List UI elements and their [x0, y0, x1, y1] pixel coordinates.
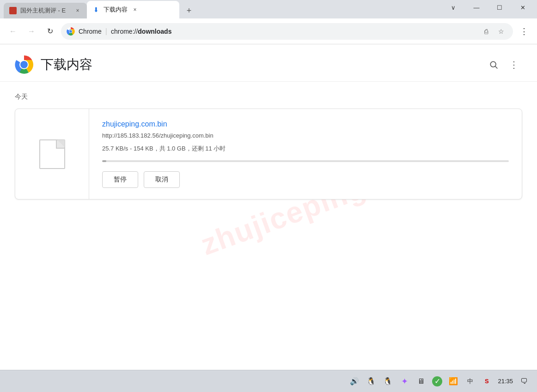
svg-point-3: [69, 30, 72, 33]
omnibox-actions: ⎙ ☆: [480, 25, 507, 38]
back-button[interactable]: ←: [6, 24, 20, 39]
wifi-icon[interactable]: 📶: [448, 376, 459, 387]
search-button[interactable]: [485, 56, 502, 73]
pause-button[interactable]: 暂停: [102, 171, 138, 188]
svg-point-7: [490, 61, 496, 67]
download-actions: 暂停 取消: [102, 171, 509, 188]
figma-icon[interactable]: ✦: [399, 376, 410, 387]
taskbar: 🔊 🐧 🐧 ✦ 🖥 ✓ 📶 中 S 21:35 🗨: [0, 370, 537, 392]
cancel-button[interactable]: 取消: [144, 171, 180, 188]
minimize-button[interactable]: —: [466, 0, 487, 15]
browser-toolbar: ← → ↻ Chrome | chrome://downloads ⎙ ☆ ⋮: [0, 18, 537, 44]
forward-button[interactable]: →: [24, 24, 39, 39]
active-tab-close[interactable]: ×: [131, 6, 139, 13]
check-icon[interactable]: ✓: [432, 376, 442, 386]
download-tab-icon: ⬇: [92, 6, 100, 13]
chevron-down-icon[interactable]: ∨: [443, 0, 464, 15]
page-title: 下载内容: [41, 56, 485, 73]
tab-active[interactable]: ⬇ 下载内容 ×: [87, 1, 179, 18]
omnibox-url-bold: downloads: [138, 28, 171, 35]
download-progress-bar: [102, 160, 509, 162]
svg-point-6: [20, 61, 28, 68]
download-card-right: zhujiceping.com.bin http://185.183.182.5…: [89, 109, 522, 199]
browser-menu-button[interactable]: ⋮: [517, 24, 531, 39]
download-filename-link[interactable]: zhujiceping.com.bin: [102, 120, 509, 128]
window-close-button[interactable]: ✕: [512, 0, 533, 15]
active-tab-title: 下载内容: [104, 6, 128, 14]
download-url: http://185.183.182.56/zhujiceping.com.bi…: [102, 132, 509, 139]
download-card: zhujiceping.com.bin http://185.183.182.5…: [15, 109, 522, 199]
more-vert-icon: ⋮: [509, 59, 519, 70]
omnibox-divider: |: [105, 27, 107, 36]
download-progress-fill: [102, 160, 106, 162]
language-icon[interactable]: 中: [464, 376, 476, 387]
download-card-left: [15, 109, 89, 199]
bookmark-button[interactable]: ☆: [494, 25, 507, 38]
chrome-logo-large-icon: [15, 55, 33, 74]
file-icon-corner-fold: [57, 140, 65, 147]
downloads-page: 下载内容 ⋮ zhujiceping.com 今天: [0, 44, 537, 370]
qq1-icon[interactable]: 🐧: [366, 376, 377, 387]
inactive-tab-favicon: [9, 7, 17, 14]
download-progress-text: 25.7 KB/s - 154 KB，共 1.0 GB，还剩 11 小时: [102, 145, 509, 153]
omnibox-site-name: Chrome: [79, 28, 102, 35]
new-tab-button[interactable]: +: [181, 3, 197, 18]
system-time: 21:35: [498, 378, 513, 385]
section-today-label: 今天: [15, 93, 522, 101]
svg-line-8: [495, 66, 498, 69]
tab-inactive[interactable]: 国外主机测评 - E ×: [4, 3, 87, 18]
downloads-content: 今天 zhujiceping.com.bin http://185.183.18…: [0, 82, 537, 211]
maximize-button[interactable]: ☐: [489, 0, 510, 15]
ime-icon[interactable]: S: [481, 376, 492, 387]
window-controls: ∨ — ☐ ✕: [443, 0, 537, 18]
omnibox[interactable]: Chrome | chrome://downloads ⎙ ☆: [61, 23, 513, 40]
reload-button[interactable]: ↻: [43, 24, 57, 39]
omnibox-url: chrome://downloads: [111, 28, 171, 35]
search-icon: [489, 60, 498, 69]
volume-icon[interactable]: 🔊: [349, 376, 360, 387]
notification-icon[interactable]: 🗨: [519, 376, 530, 387]
title-bar: 国外主机测评 - E × ⬇ 下载内容 × + ∨ — ☐ ✕: [0, 0, 537, 18]
page-header: 下载内容 ⋮: [0, 44, 537, 82]
inactive-tab-close[interactable]: ×: [74, 7, 81, 14]
share-button[interactable]: ⎙: [480, 25, 493, 38]
page-menu-button[interactable]: ⋮: [506, 56, 522, 73]
chrome-logo-icon: [67, 27, 75, 36]
file-icon: [39, 139, 65, 169]
qq2-icon[interactable]: 🐧: [382, 376, 393, 387]
inactive-tab-title: 国外主机测评 - E: [20, 6, 70, 15]
monitor-icon[interactable]: 🖥: [415, 376, 427, 387]
page-header-actions: ⋮: [485, 56, 522, 73]
